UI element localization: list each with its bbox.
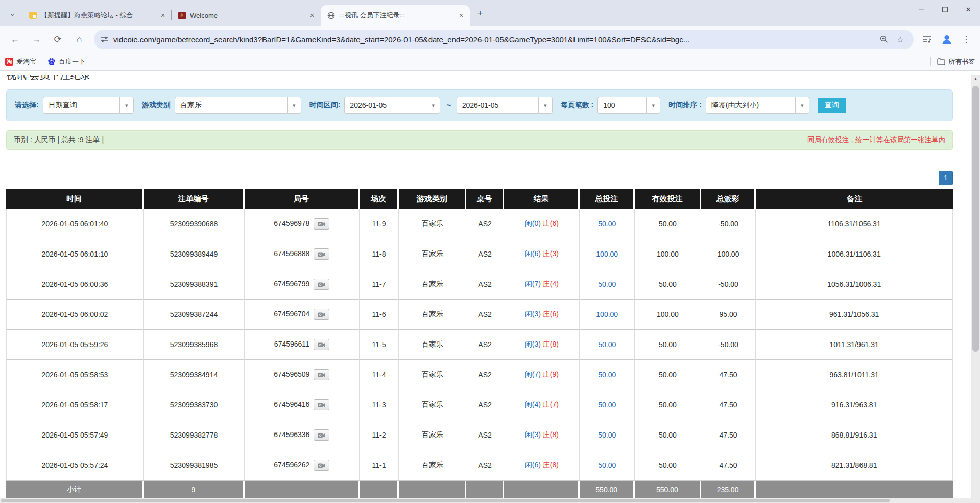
game-kind-dropdown[interactable]: 百家乐 ▾ <box>175 97 301 114</box>
total-bet-link[interactable]: 50.00 <box>598 280 616 288</box>
bookmark-baidu[interactable]: du 百度一下 <box>47 56 85 68</box>
minimize-button[interactable]: ─ <box>910 0 933 18</box>
footer-empty-cell <box>360 481 399 500</box>
time-cell: 2026-01-05 06:00:02 <box>6 300 144 330</box>
browser-menu-icon[interactable]: ⋮ <box>958 31 975 48</box>
taobao-icon: 淘 <box>5 58 13 66</box>
search-button[interactable]: 查询 <box>818 98 846 113</box>
maximize-button[interactable] <box>933 0 957 18</box>
round-no-cell: 674596888 <box>245 239 359 269</box>
chevron-down-icon[interactable]: ▾ <box>426 97 440 114</box>
new-tab-button[interactable]: + <box>473 6 487 20</box>
remark-cell: 868.81/916.31 <box>756 420 953 450</box>
baidu-paw-icon: du <box>47 58 56 66</box>
footer-label-cell: 小计 <box>6 481 144 500</box>
col-total-bet: 总投注 <box>580 189 635 209</box>
video-replay-button[interactable] <box>314 279 329 290</box>
forward-icon[interactable]: → <box>28 31 45 48</box>
tab-search-button[interactable]: ⌄ <box>5 6 19 20</box>
video-replay-button[interactable] <box>314 399 329 410</box>
result-player: 闲(0) <box>525 219 541 227</box>
back-icon[interactable]: ← <box>6 31 23 48</box>
chevron-down-icon[interactable]: ▾ <box>287 97 301 114</box>
profile-avatar[interactable] <box>938 31 955 48</box>
remark-cell: 1056.31/1006.31 <box>756 269 953 300</box>
url-text[interactable]: videoie.com/game/betrecord_search/kind3?… <box>113 35 875 44</box>
all-bookmarks-button[interactable]: 所有书签 <box>937 57 975 66</box>
bookmark-taobao[interactable]: 淘 爱淘宝 <box>5 56 36 68</box>
video-replay-button[interactable] <box>314 309 329 320</box>
total-bet-cell: 50.00 <box>580 390 635 420</box>
tab-bet-record[interactable]: :::视讯 会员下注纪录::: × <box>321 5 470 26</box>
address-bar[interactable]: videoie.com/game/betrecord_search/kind3?… <box>94 30 914 49</box>
footer-empty-cell <box>504 481 580 500</box>
bookmark-label: 爱淘宝 <box>16 57 36 66</box>
remark-cell: 1006.31/1106.31 <box>756 239 953 269</box>
time-cell: 2026-01-05 05:58:53 <box>6 360 144 390</box>
media-controls-icon[interactable] <box>919 31 936 48</box>
welcome-favicon-icon: ※ <box>178 11 186 19</box>
query-type-dropdown[interactable]: 日期查询 ▾ <box>43 97 134 114</box>
toolbar-right: ⋮ <box>918 31 976 48</box>
video-camera-icon <box>318 402 325 408</box>
video-replay-button[interactable] <box>314 248 329 260</box>
tab-title: Welcome <box>190 12 304 19</box>
date-end-dropdown[interactable]: 2026-01-05 ▾ <box>457 97 553 114</box>
table-row: 2026-01-05 05:57:24523099381985674596262… <box>6 450 953 481</box>
tab-welcome[interactable]: ※ Welcome × <box>172 5 321 26</box>
horizontal-scrollbar[interactable] <box>0 498 980 503</box>
round-no-cell: 674596611 <box>245 330 359 360</box>
video-replay-button[interactable] <box>314 429 329 441</box>
chevron-down-icon[interactable]: ▾ <box>795 97 809 114</box>
reload-icon[interactable]: ⟳ <box>49 31 66 48</box>
game-kind-cell: 百家乐 <box>399 239 466 269</box>
game-kind-cell: 百家乐 <box>399 450 466 481</box>
result-cell: 闲(6) 庄(8) <box>504 450 580 481</box>
video-replay-button[interactable] <box>314 460 329 471</box>
zoom-icon[interactable] <box>877 32 891 47</box>
result-player: 闲(6) <box>525 461 541 469</box>
total-bet-cell: 50.00 <box>580 209 635 239</box>
sort-dropdown[interactable]: 降幂(由大到小) ▾ <box>706 97 809 114</box>
bet-no-cell: 523099382778 <box>144 420 245 450</box>
tab-close-icon[interactable]: × <box>307 11 317 20</box>
valid-bet-cell: 50.00 <box>635 209 701 239</box>
vertical-scroll-thumb[interactable] <box>972 86 979 352</box>
total-bet-cell: 100.00 <box>580 300 635 330</box>
chevron-down-icon[interactable]: ▾ <box>538 97 553 114</box>
total-bet-link[interactable]: 100.00 <box>596 310 618 318</box>
table-row: 2026-01-05 06:00:36523099388391674596799… <box>6 269 953 300</box>
video-replay-button[interactable] <box>314 369 329 380</box>
page-1-button[interactable]: 1 <box>939 171 953 185</box>
total-bet-link[interactable]: 50.00 <box>598 340 616 349</box>
bookmark-star-icon[interactable]: ☆ <box>893 32 907 47</box>
total-bet-link[interactable]: 100.00 <box>596 250 618 258</box>
scroll-up-icon[interactable]: ▲ <box>971 75 980 83</box>
home-icon[interactable]: ⌂ <box>70 31 88 48</box>
chevron-down-icon[interactable]: ▾ <box>646 97 660 114</box>
total-bet-link[interactable]: 50.00 <box>598 371 616 379</box>
footer-empty-cell <box>245 481 359 500</box>
tab-forum[interactable]: 【新提醒】海燕策略论坛 - 综合 × <box>22 5 172 26</box>
date-start-dropdown[interactable]: 2026-01-05 ▾ <box>344 97 440 114</box>
chevron-down-icon[interactable]: ▾ <box>119 97 134 114</box>
site-settings-icon[interactable] <box>100 35 108 43</box>
video-replay-button[interactable] <box>314 218 329 230</box>
close-window-button[interactable]: ✕ <box>957 0 980 18</box>
result-player: 闲(7) <box>525 370 541 378</box>
table-no-cell: AS2 <box>466 330 504 360</box>
tab-close-icon[interactable]: × <box>158 11 168 20</box>
per-page-value: 100 <box>597 97 646 114</box>
vertical-scrollbar[interactable]: ▲ <box>971 75 980 503</box>
total-bet-link[interactable]: 50.00 <box>598 461 616 469</box>
total-bet-link[interactable]: 50.00 <box>598 431 616 439</box>
horizontal-scroll-thumb[interactable] <box>1 499 890 502</box>
video-replay-button[interactable] <box>314 339 329 350</box>
date-range-label: 时间区间: <box>309 101 341 110</box>
tab-close-icon[interactable]: × <box>457 11 466 20</box>
per-page-dropdown[interactable]: 100 ▾ <box>597 97 660 114</box>
col-valid-bet: 有效投注 <box>635 189 701 209</box>
total-bet-link[interactable]: 50.00 <box>598 220 616 228</box>
total-bet-link[interactable]: 50.00 <box>598 401 616 409</box>
valid-bet-cell: 50.00 <box>635 420 701 450</box>
